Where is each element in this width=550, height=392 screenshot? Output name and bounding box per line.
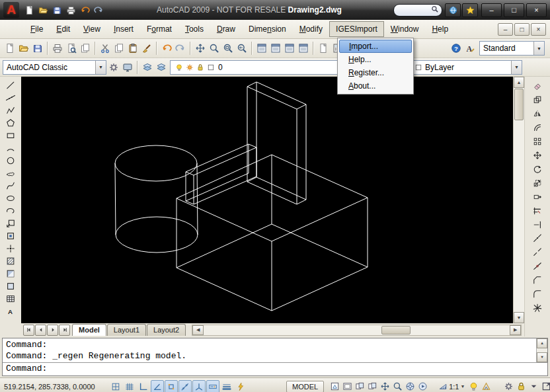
ellipse-icon[interactable] xyxy=(3,192,19,204)
layout-space-icon[interactable] xyxy=(341,380,354,392)
close-button[interactable]: × xyxy=(526,3,547,17)
mirror-icon[interactable] xyxy=(530,106,545,120)
command-scrollbar[interactable]: ▲ ▼ xyxy=(536,338,547,362)
bulb-icon[interactable] xyxy=(174,62,184,72)
model-space-button[interactable]: MODEL xyxy=(286,381,324,392)
menu-item-register[interactable]: Register... xyxy=(339,66,412,79)
clean-screen-icon[interactable] xyxy=(540,380,550,392)
favorites-icon[interactable] xyxy=(462,3,478,17)
plot-icon[interactable] xyxy=(50,42,64,56)
display-settings-icon[interactable] xyxy=(120,60,134,74)
tab-layout2[interactable]: Layout2 xyxy=(147,324,186,336)
zoom-previous-icon[interactable] xyxy=(235,42,249,56)
combo-arrow-icon[interactable]: ▼ xyxy=(95,61,106,74)
properties-icon[interactable] xyxy=(255,42,268,56)
swatch-icon[interactable] xyxy=(206,62,216,72)
qp-toggle[interactable] xyxy=(234,380,247,392)
tool-palettes-icon[interactable] xyxy=(282,42,296,56)
horizontal-scroll-thumb[interactable] xyxy=(381,326,411,334)
workspace-gear-icon[interactable] xyxy=(502,380,515,392)
command-input[interactable]: Command: xyxy=(3,362,547,375)
plot-preview-icon[interactable] xyxy=(64,42,78,56)
redo-icon[interactable] xyxy=(173,42,187,56)
quick-view-drawings-icon[interactable] xyxy=(366,380,379,392)
save-icon[interactable] xyxy=(50,3,63,17)
scroll-down-icon[interactable]: ▼ xyxy=(514,312,524,323)
tab-layout1[interactable]: Layout1 xyxy=(107,324,146,336)
osnap-toggle[interactable] xyxy=(165,380,178,392)
show-motion-icon[interactable] xyxy=(416,380,429,392)
sheetset-manager-icon[interactable] xyxy=(296,42,310,56)
construction-line-icon[interactable] xyxy=(3,91,19,104)
combo-arrow-icon[interactable]: ▼ xyxy=(533,42,544,55)
status-overflow-icon[interactable] xyxy=(528,380,540,392)
gradient-icon[interactable] xyxy=(3,267,19,280)
hatch-icon[interactable] xyxy=(3,255,19,267)
multiline-text-icon[interactable]: A xyxy=(3,305,19,317)
color-combo[interactable]: ByLayer ▼ xyxy=(409,60,522,75)
search-input[interactable] xyxy=(393,4,442,17)
cut-icon[interactable] xyxy=(98,42,112,56)
lock-icon[interactable] xyxy=(195,62,205,72)
menu-insert[interactable]: Insert xyxy=(107,21,140,37)
trim-icon[interactable] xyxy=(530,204,545,217)
circle-icon[interactable] xyxy=(3,154,19,167)
snap-toggle[interactable] xyxy=(109,380,122,392)
search-icon[interactable] xyxy=(431,5,439,15)
plot-icon[interactable] xyxy=(64,3,77,17)
zoom-realtime-icon[interactable] xyxy=(207,42,221,56)
paste-icon[interactable] xyxy=(126,42,139,56)
lwt-toggle[interactable] xyxy=(220,380,233,392)
document-minimize-button[interactable]: – xyxy=(498,23,513,36)
menu-format[interactable]: Format xyxy=(140,21,178,37)
sun-icon[interactable] xyxy=(184,62,194,72)
array-icon[interactable] xyxy=(530,134,545,148)
quick-view-layouts-icon[interactable] xyxy=(354,380,366,392)
layer-properties-icon[interactable] xyxy=(140,60,154,74)
model-space-icon[interactable] xyxy=(329,380,341,392)
zoom-realtime-icon[interactable] xyxy=(391,380,404,392)
explode-icon[interactable] xyxy=(530,301,545,315)
pan-icon[interactable] xyxy=(193,42,207,56)
save-icon[interactable] xyxy=(30,42,44,56)
steering-wheel-icon[interactable] xyxy=(404,380,416,392)
menu-tools[interactable]: Tools xyxy=(178,21,210,37)
point-icon[interactable] xyxy=(3,242,19,255)
combo-arrow-icon[interactable]: ▼ xyxy=(511,61,522,74)
document-close-button[interactable]: × xyxy=(531,23,546,36)
text-style-icon[interactable]: A xyxy=(463,42,477,56)
table-icon[interactable] xyxy=(3,292,19,305)
menu-help[interactable]: Help xyxy=(425,21,455,37)
undo-icon[interactable] xyxy=(159,42,173,56)
scroll-up-icon[interactable]: ▲ xyxy=(514,77,524,88)
menu-file[interactable]: File xyxy=(24,21,50,37)
horizontal-scrollbar[interactable]: ◀ ▶ xyxy=(192,325,522,336)
vertical-scroll-thumb[interactable] xyxy=(514,89,524,120)
scroll-left-icon[interactable]: ◀ xyxy=(192,325,204,335)
open-icon[interactable] xyxy=(17,42,30,56)
minimize-button[interactable]: – xyxy=(481,3,502,17)
first-tab-icon[interactable] xyxy=(23,325,34,336)
menu-edit[interactable]: Edit xyxy=(50,21,77,37)
grid-toggle[interactable] xyxy=(123,380,136,392)
undo-icon[interactable] xyxy=(78,3,91,17)
menu-draw[interactable]: Draw xyxy=(210,21,242,37)
stretch-icon[interactable] xyxy=(530,190,545,204)
make-block-icon[interactable] xyxy=(3,229,19,242)
copy-icon[interactable] xyxy=(112,42,126,56)
command-history[interactable]: Command: Command: _regen Regenerating mo… xyxy=(3,338,536,363)
menu-item-import[interactable]: Import... xyxy=(339,40,412,53)
vertical-scrollbar[interactable]: ▲ ▼ xyxy=(513,77,524,323)
chamfer-icon[interactable] xyxy=(530,273,545,287)
insert-block-icon[interactable] xyxy=(3,217,19,229)
break-at-point-icon[interactable] xyxy=(530,231,545,245)
menu-igesimport[interactable]: IGESImport xyxy=(329,21,384,37)
qnew-icon[interactable] xyxy=(3,42,17,56)
revision-cloud-icon[interactable] xyxy=(3,167,19,179)
polar-toggle[interactable] xyxy=(151,380,164,392)
annotation-auto-icon[interactable] xyxy=(480,380,492,392)
extend-icon[interactable] xyxy=(530,217,545,231)
publish-icon[interactable] xyxy=(78,42,92,56)
menu-window[interactable]: Window xyxy=(384,21,426,37)
drawing-canvas[interactable] xyxy=(21,77,513,323)
